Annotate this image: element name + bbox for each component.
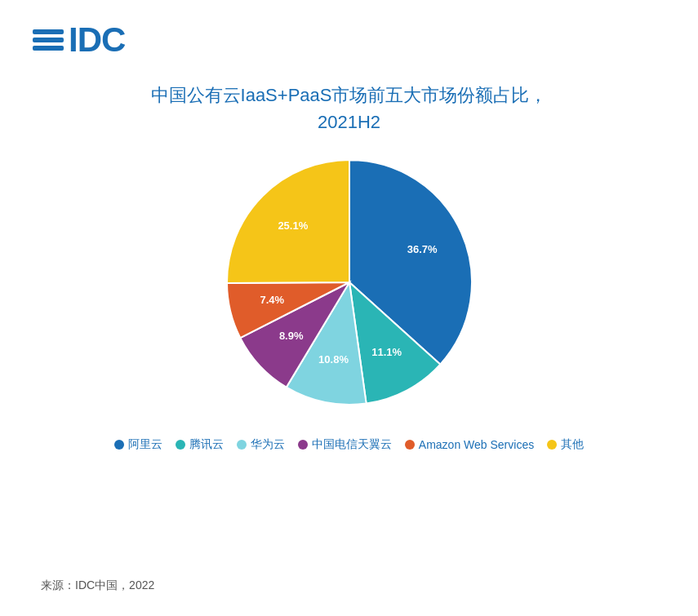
slice-label-2: 10.8% — [318, 353, 349, 366]
legend-label-2: 华为云 — [251, 437, 285, 452]
legend-label-4: Amazon Web Services — [419, 438, 534, 451]
legend-item-0: 阿里云 — [114, 437, 162, 452]
slice-label-1: 11.1% — [371, 346, 402, 358]
slice-label-4: 7.4% — [260, 294, 284, 306]
legend-dot-0 — [114, 440, 124, 450]
legend-label-5: 其他 — [561, 437, 584, 452]
legend-label-1: 腾讯云 — [189, 437, 224, 452]
legend-item-1: 腾讯云 — [176, 437, 224, 452]
slice-label-3: 8.9% — [278, 330, 303, 342]
chart-container: 36.7%11.1%10.8%8.9%7.4%25.1% — [219, 152, 480, 413]
legend-label-3: 中国电信天翼云 — [312, 437, 392, 452]
idc-logo-text: IDC — [69, 23, 125, 57]
legend-label-0: 阿里云 — [128, 437, 162, 452]
legend-dot-4 — [405, 440, 415, 450]
title-section: 中国公有云IaaS+PaaS市场前五大市场份额占比， 2021H2 — [0, 82, 698, 135]
legend-item-2: 华为云 — [237, 437, 285, 452]
source-text: 来源：IDC中国，2022 — [41, 578, 154, 593]
chart-title: 中国公有云IaaS+PaaS市场前五大市场份额占比， 2021H2 — [0, 82, 698, 135]
legend-dot-1 — [176, 440, 185, 450]
idc-logo-icon — [33, 29, 64, 51]
legend-item-4: Amazon Web Services — [405, 438, 534, 451]
legend-dot-2 — [237, 440, 247, 450]
legend-dot-5 — [547, 440, 557, 450]
legend-item-3: 中国电信天翼云 — [298, 437, 392, 452]
slice-label-0: 36.7% — [407, 243, 437, 255]
pie-chart: 36.7%11.1%10.8%8.9%7.4%25.1% — [219, 152, 480, 413]
legend-dot-3 — [298, 440, 308, 450]
legend-item-5: 其他 — [547, 437, 584, 452]
page: IDC 中国公有云IaaS+PaaS市场前五大市场份额占比， 2021H2 36… — [0, 0, 698, 616]
legend: 阿里云腾讯云华为云中国电信天翼云Amazon Web Services其他 — [43, 437, 656, 452]
header: IDC — [0, 0, 698, 57]
idc-logo: IDC — [33, 23, 125, 57]
slice-label-5: 25.1% — [278, 219, 308, 232]
